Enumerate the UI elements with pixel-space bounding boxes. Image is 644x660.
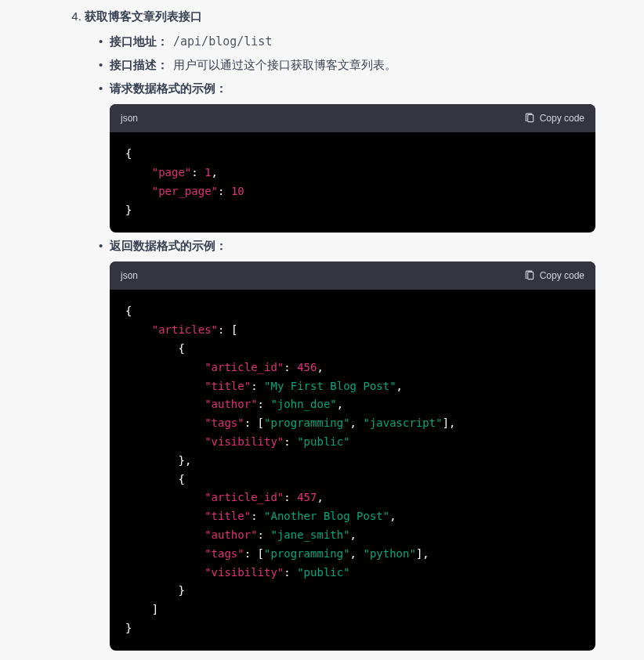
code-header: json Copy code: [110, 104, 595, 132]
svg-rect-1: [527, 272, 533, 280]
code-header: json Copy code: [110, 261, 595, 290]
response-code: { "articles": [ { "article_id": 456, "ti…: [110, 290, 595, 650]
api-desc-item: 接口描述：用户可以通过这个接口获取博客文章列表。: [99, 55, 622, 75]
copy-code-button[interactable]: Copy code: [524, 268, 584, 283]
code-lang: json: [121, 268, 138, 283]
api-address-label: 接口地址：: [110, 34, 168, 48]
api-list-item: 获取博客文章列表接口 接口地址：/api/blog/list 接口描述：用户可以…: [85, 6, 622, 651]
svg-rect-0: [527, 115, 533, 122]
api-address-value: /api/blog/list: [168, 34, 272, 49]
request-example-label: 请求数据格式的示例：: [110, 81, 227, 95]
code-lang: json: [121, 110, 138, 126]
response-example-item: 返回数据格式的示例： json Copy code { "articles": …: [99, 236, 622, 651]
copy-code-button[interactable]: Copy code: [524, 110, 584, 126]
request-example-item: 请求数据格式的示例： json Copy code { "page": 1, "…: [99, 78, 622, 233]
request-code-block: json Copy code { "page": 1, "per_page": …: [110, 104, 595, 233]
api-desc-label: 接口描述：: [110, 58, 168, 71]
clipboard-icon: [524, 113, 535, 124]
api-address-item: 接口地址：/api/blog/list: [99, 31, 622, 52]
api-desc-value: 用户可以通过这个接口获取博客文章列表。: [168, 58, 396, 71]
response-example-label: 返回数据格式的示例：: [110, 239, 227, 252]
clipboard-icon: [524, 270, 535, 281]
copy-code-label: Copy code: [540, 268, 584, 283]
response-code-block: json Copy code { "articles": [ { "articl…: [110, 261, 595, 651]
api-title: 获取博客文章列表接口: [85, 9, 202, 23]
copy-code-label: Copy code: [540, 110, 584, 126]
request-code: { "page": 1, "per_page": 10 }: [110, 132, 595, 232]
